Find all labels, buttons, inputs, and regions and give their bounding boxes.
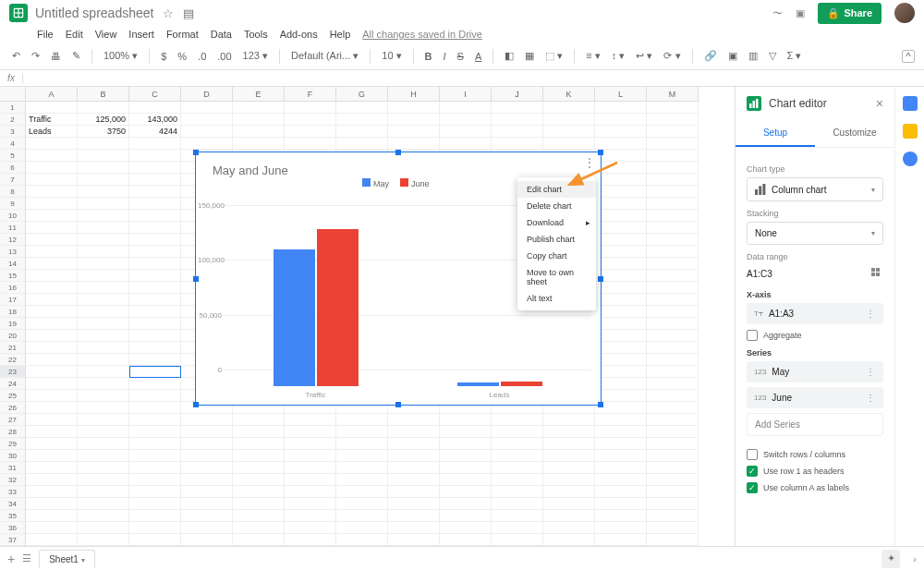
cell[interactable] [388, 522, 440, 534]
row-header[interactable]: 33 [0, 486, 26, 498]
cell[interactable] [129, 462, 181, 474]
cell[interactable] [492, 126, 543, 138]
cell[interactable] [492, 102, 543, 114]
cell[interactable] [595, 522, 647, 534]
cell[interactable] [492, 438, 543, 450]
cell[interactable] [285, 474, 336, 486]
cell[interactable] [595, 462, 647, 474]
cell[interactable] [285, 534, 336, 546]
cell[interactable] [647, 342, 699, 354]
cell[interactable]: 143,000 [129, 114, 181, 126]
cell[interactable] [492, 534, 543, 546]
cell[interactable] [595, 222, 647, 234]
filter-icon[interactable]: ▽ [766, 48, 779, 64]
functions-icon[interactable]: Σ ▾ [784, 48, 805, 64]
cell[interactable] [543, 462, 595, 474]
valign-icon[interactable]: ↕ ▾ [609, 48, 628, 64]
cell[interactable] [595, 174, 647, 186]
select-all-corner[interactable] [0, 87, 26, 102]
comment-icon[interactable]: ▣ [725, 48, 740, 64]
more-icon[interactable]: ⋮ [866, 393, 876, 403]
cell[interactable] [129, 234, 181, 246]
cell[interactable] [181, 462, 233, 474]
cell[interactable] [595, 294, 647, 306]
cell[interactable] [647, 210, 699, 222]
cell[interactable] [647, 330, 699, 342]
cm-delete-chart[interactable]: Delete chart [517, 198, 596, 214]
collapse-toolbar-icon[interactable]: ^ [902, 50, 915, 63]
cell[interactable] [647, 198, 699, 210]
cell[interactable] [129, 294, 181, 306]
cell[interactable] [129, 402, 181, 414]
cell[interactable] [388, 438, 440, 450]
cell[interactable] [129, 162, 181, 174]
row-header[interactable]: 17 [0, 294, 26, 306]
cell[interactable] [26, 186, 78, 198]
cm-alt-text[interactable]: Alt text [517, 290, 596, 307]
cell[interactable] [129, 510, 181, 522]
select-range-icon[interactable] [870, 268, 883, 281]
borders-icon[interactable]: ▦ [522, 48, 537, 64]
cell[interactable] [78, 174, 129, 186]
cell[interactable] [129, 198, 181, 210]
cell[interactable] [181, 138, 233, 150]
keep-icon[interactable] [903, 124, 918, 139]
cell[interactable] [595, 258, 647, 270]
cell[interactable] [647, 162, 699, 174]
cell[interactable] [78, 486, 129, 498]
cell[interactable] [595, 138, 647, 150]
cell[interactable] [233, 450, 285, 462]
column-header[interactable]: B [78, 87, 129, 102]
cell[interactable] [26, 210, 78, 222]
cell[interactable]: 125,000 [78, 114, 129, 126]
cell[interactable] [181, 498, 233, 510]
cell[interactable] [388, 510, 440, 522]
cell[interactable] [595, 474, 647, 486]
cell[interactable] [285, 522, 336, 534]
cell[interactable]: 3750 [78, 126, 129, 138]
cell[interactable] [440, 498, 492, 510]
cell[interactable] [647, 138, 699, 150]
row-header[interactable]: 23 [0, 366, 26, 378]
cell[interactable] [26, 282, 78, 294]
cell[interactable] [647, 414, 699, 426]
cell[interactable] [78, 330, 129, 342]
cell[interactable] [78, 498, 129, 510]
cell[interactable] [595, 102, 647, 114]
cell[interactable] [595, 114, 647, 126]
cell[interactable] [26, 198, 78, 210]
row-header[interactable]: 31 [0, 462, 26, 474]
cell[interactable] [78, 426, 129, 438]
more-icon[interactable]: ⋮ [866, 367, 876, 377]
cell[interactable] [492, 450, 543, 462]
cell[interactable] [78, 534, 129, 546]
cell[interactable] [26, 390, 78, 402]
cell[interactable] [492, 486, 543, 498]
cell[interactable] [595, 342, 647, 354]
cell[interactable] [78, 138, 129, 150]
cell[interactable] [129, 318, 181, 330]
cell[interactable] [78, 270, 129, 282]
cell[interactable] [233, 114, 285, 126]
row-header[interactable]: 20 [0, 330, 26, 342]
cell[interactable] [595, 126, 647, 138]
cell[interactable] [543, 450, 595, 462]
avatar[interactable] [894, 3, 915, 23]
cell[interactable] [595, 186, 647, 198]
cell[interactable] [595, 414, 647, 426]
add-sheet-icon[interactable]: + [7, 552, 15, 566]
chart-menu-icon[interactable]: ⋮ [584, 156, 595, 169]
column-header[interactable]: L [595, 87, 647, 102]
percent-icon[interactable]: % [175, 49, 189, 64]
cell[interactable] [492, 522, 543, 534]
comments-icon[interactable]: ▣ [796, 7, 805, 19]
cell[interactable] [336, 522, 388, 534]
cell[interactable] [595, 210, 647, 222]
row-header[interactable]: 21 [0, 342, 26, 354]
spreadsheet[interactable]: ABCDEFGHIJKLM 12Traffic125,000143,0003Le… [0, 87, 735, 567]
cell[interactable] [233, 462, 285, 474]
cell[interactable] [595, 198, 647, 210]
cell[interactable] [440, 534, 492, 546]
cell[interactable] [129, 102, 181, 114]
row-header[interactable]: 16 [0, 282, 26, 294]
